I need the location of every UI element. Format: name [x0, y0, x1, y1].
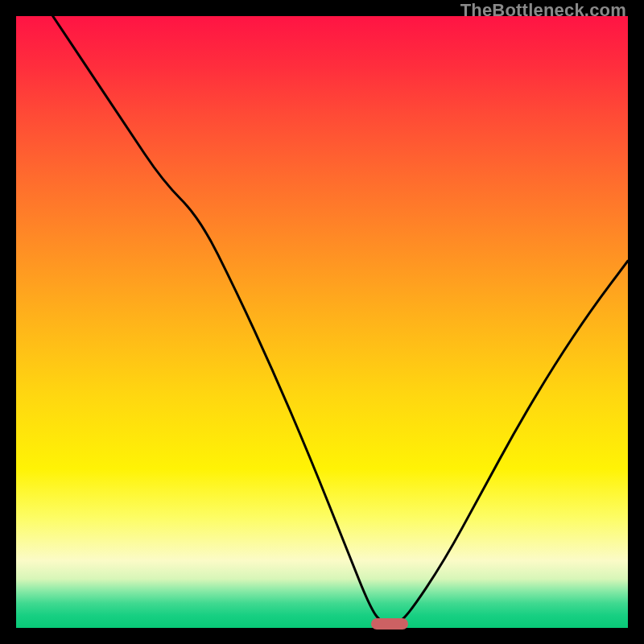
curve-path [53, 16, 628, 624]
plot-area [16, 16, 628, 628]
watermark-text: TheBottleneck.com [460, 0, 626, 21]
bottleneck-curve [16, 16, 628, 628]
chart-frame: TheBottleneck.com [0, 0, 644, 644]
optimal-marker [371, 618, 408, 630]
